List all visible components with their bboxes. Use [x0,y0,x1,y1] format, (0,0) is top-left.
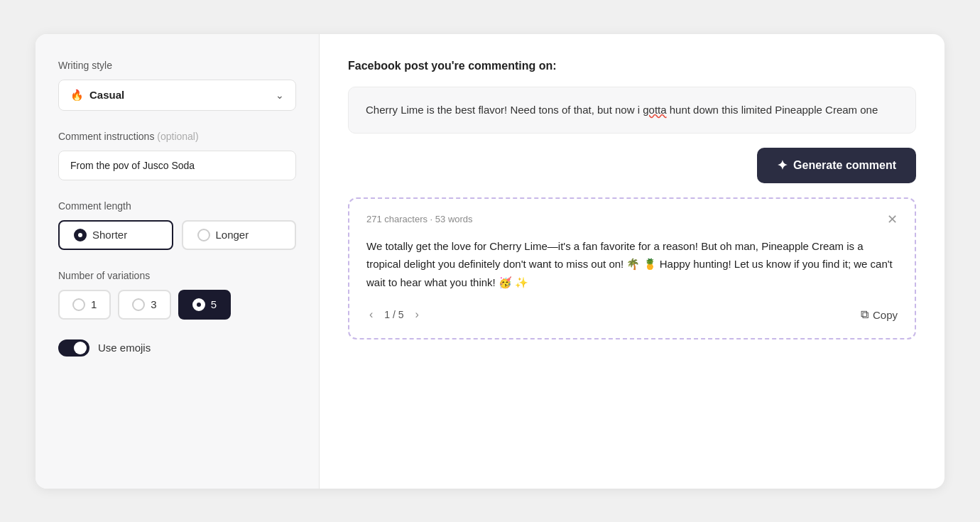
fb-post-box: Cherry Lime is the best flavor! Need ton… [348,87,916,134]
variations-label: Number of variations [58,270,296,281]
var-3-label: 3 [151,298,156,310]
length-option-longer[interactable]: Longer [182,220,297,250]
generate-btn-label: Generate comment [793,159,896,172]
var-option-1[interactable]: 1 [58,290,111,320]
close-button[interactable]: ✕ [887,213,898,226]
fb-post-wavy-word: gotta [643,104,666,116]
comment-length-label: Comment length [58,200,296,212]
result-stats: 271 characters · 53 words [366,214,473,224]
right-panel: Facebook post you're commenting on: Cher… [320,34,944,489]
page-separator: / [390,309,398,320]
radio-dot-1 [72,298,85,311]
instructions-input[interactable] [58,151,296,180]
var-option-5[interactable]: 5 [178,290,231,320]
style-select-left: 🔥 Casual [70,89,124,102]
var-option-3[interactable]: 3 [118,290,170,320]
page-total: 5 [398,309,404,320]
generate-button[interactable]: ✦ Generate comment [757,148,916,183]
prev-page-button[interactable]: ‹ [366,305,376,324]
sparkle-icon: ✦ [777,158,788,173]
length-option-shorter[interactable]: Shorter [58,220,173,250]
style-value: Casual [89,89,124,101]
emoji-label: Use emojis [98,342,151,354]
copy-label: Copy [873,309,898,321]
radio-dot-longer [197,229,210,241]
chevron-down-icon: ⌄ [276,89,284,101]
fb-post-text-before: Cherry Lime is the best flavor! Need ton… [366,104,643,116]
comment-length-section: Comment length Shorter Longer [58,200,296,250]
writing-style-label: Writing style [58,60,296,71]
main-card: Writing style 🔥 Casual ⌄ Comment instruc… [36,34,944,489]
variations-group: 1 3 5 [58,290,296,320]
fb-post-text-after: hunt down this limited Pineapple Cream o… [667,104,878,116]
style-emoji: 🔥 [70,89,84,102]
page-label: 1 / 5 [384,309,403,320]
style-select[interactable]: 🔥 Casual ⌄ [58,80,296,111]
var-1-label: 1 [91,298,97,310]
emoji-toggle[interactable] [58,339,89,357]
copy-button[interactable]: ⧉ Copy [861,308,898,321]
radio-dot-shorter [74,229,87,241]
page-current: 1 [384,309,390,320]
generate-row: ✦ Generate comment [348,148,916,183]
variations-section: Number of variations 1 3 5 [58,270,296,320]
fb-post-label: Facebook post you're commenting on: [348,60,916,72]
radio-dot-5 [192,298,205,311]
result-card: 271 characters · 53 words ✕ We totally g… [348,197,916,340]
length-shorter-label: Shorter [92,229,127,241]
copy-icon: ⧉ [861,308,869,321]
left-panel: Writing style 🔥 Casual ⌄ Comment instruc… [36,34,320,489]
result-footer: ‹ 1 / 5 › ⧉ Copy [366,305,898,324]
result-meta: 271 characters · 53 words ✕ [366,213,898,226]
comment-length-group: Shorter Longer [58,220,296,250]
emoji-toggle-row: Use emojis [58,339,296,357]
instructions-label: Comment instructions (optional) [58,131,296,142]
result-text: We totally get the love for Cherry Lime—… [366,237,898,292]
toggle-knob [74,342,87,354]
length-longer-label: Longer [216,229,249,241]
var-5-label: 5 [211,298,217,310]
next-page-button[interactable]: › [413,305,422,324]
pagination: ‹ 1 / 5 › [366,305,422,324]
radio-dot-3 [132,298,145,311]
